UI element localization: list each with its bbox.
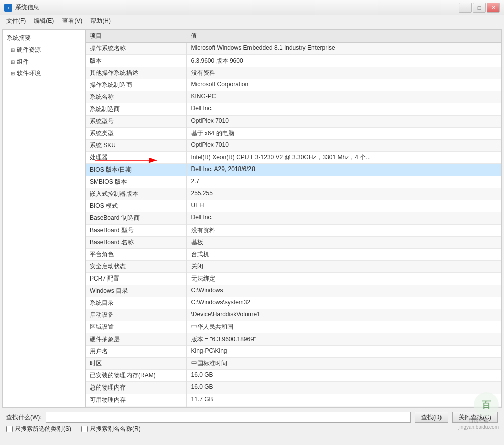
table-row[interactable]: BaseBoard 型号没有资料	[86, 225, 501, 237]
table-cell-value: Dell Inc.	[186, 103, 501, 116]
table-row[interactable]: 其他操作系统描述没有资料	[86, 67, 501, 79]
table-cell-key: 已安装的物理内存(RAM)	[86, 370, 186, 382]
table-cell-key: BaseBoard 制造商	[86, 212, 186, 225]
table-row[interactable]: 处理器Intel(R) Xeon(R) CPU E3-1230 V2 @ 3.3…	[86, 152, 501, 164]
table-row[interactable]: 可用物理内存11.7 GB	[86, 394, 501, 406]
titlebar-controls: ─ □ ✕	[459, 3, 500, 13]
table-row[interactable]: BIOS 模式UEFI	[86, 200, 501, 212]
search-label: 查找什么(W):	[6, 413, 42, 422]
table-cell-value: 没有资料	[186, 225, 501, 237]
table-row[interactable]: 版本6.3.9600 版本 9600	[86, 55, 501, 67]
table-cell-value: 版本 = "6.3.9600.18969"	[186, 333, 501, 346]
table-row[interactable]: BaseBoard 名称基板	[86, 237, 501, 249]
table-row[interactable]: BaseBoard 制造商Dell Inc.	[86, 212, 501, 225]
table-row[interactable]: 区域设置中华人民共和国	[86, 321, 501, 333]
table-row[interactable]: 硬件抽象层版本 = "6.3.9600.18969"	[86, 333, 501, 346]
table-row[interactable]: 时区中国标准时间	[86, 358, 501, 370]
find-button[interactable]: 查找(D)	[415, 412, 449, 423]
minimize-button[interactable]: ─	[459, 3, 472, 13]
window-title: 系统信息	[15, 3, 39, 12]
menubar: 文件(F) 编辑(E) 查看(V) 帮助(H)	[0, 15, 504, 27]
table-cell-value: 11.7 GB	[186, 394, 501, 406]
table-cell-value: C:\Windows\system32	[186, 297, 501, 309]
restore-button[interactable]: □	[473, 3, 486, 13]
table-cell-key: BaseBoard 名称	[86, 237, 186, 249]
table-row[interactable]: Windows 目录C:\Windows	[86, 285, 501, 297]
table-row[interactable]: 系统型号OptiPlex 7010	[86, 116, 501, 128]
menu-file[interactable]: 文件(F)	[2, 16, 30, 26]
table-cell-key: 操作系统制造商	[86, 79, 186, 91]
table-cell-key: 系统制造商	[86, 103, 186, 116]
table-row[interactable]: 系统目录C:\Windows\system32	[86, 297, 501, 309]
table-cell-key: BIOS 版本/日期	[86, 164, 186, 176]
col-header-value: 值	[186, 30, 501, 43]
titlebar: i 系统信息 ─ □ ✕	[0, 0, 504, 15]
table-cell-value: OptiPlex 7010	[186, 116, 501, 128]
table-row[interactable]: 系统 SKUOptiPlex 7010	[86, 140, 501, 152]
table-row[interactable]: 系统名称KING-PC	[86, 91, 501, 103]
table-row[interactable]: 已安装的物理内存(RAM)16.0 GB	[86, 370, 501, 382]
table-cell-value: 16.0 GB	[186, 382, 501, 394]
table-row[interactable]: 总的物理内存16.0 GB	[86, 382, 501, 394]
main-content: 系统摘要 ⊞ 硬件资源 ⊞ 组件 ⊞ 软件环境 项目 值 操作系统名称Micro…	[2, 29, 502, 408]
table-row[interactable]: 嵌入式控制器版本255.255	[86, 188, 501, 200]
table-row[interactable]: 总的虚拟内存17.0 GB	[86, 406, 501, 408]
table-row[interactable]: BIOS 版本/日期Dell Inc. A29, 2018/6/28	[86, 164, 501, 176]
checkbox-row: 只搜索所选的类别(S) 只搜索别名名称(R)	[6, 425, 498, 433]
table-cell-value: OptiPlex 7010	[186, 140, 501, 152]
table-row[interactable]: 操作系统名称Microsoft Windows Embedded 8.1 Ind…	[86, 43, 501, 55]
search-row: 查找什么(W): 查找(D) 关闭查找(C)	[6, 412, 498, 423]
menu-view[interactable]: 查看(V)	[58, 16, 86, 26]
info-table: 项目 值 操作系统名称Microsoft Windows Embedded 8.…	[86, 30, 501, 407]
table-cell-key: 系统名称	[86, 91, 186, 103]
expand-icon: ⊞	[11, 47, 15, 53]
table-cell-value: 关闭	[186, 261, 501, 273]
table-cell-key: 区域设置	[86, 321, 186, 333]
menu-edit[interactable]: 编辑(E)	[30, 16, 58, 26]
content-panel: 项目 值 操作系统名称Microsoft Windows Embedded 8.…	[86, 30, 501, 407]
table-row[interactable]: 启动设备\Device\HarddiskVolume1	[86, 309, 501, 321]
sidebar: 系统摘要 ⊞ 硬件资源 ⊞ 组件 ⊞ 软件环境	[3, 30, 86, 407]
sidebar-item-hardware[interactable]: ⊞ 硬件资源	[3, 44, 85, 56]
sidebar-item-software[interactable]: ⊞ 软件环境	[3, 68, 85, 79]
search-input[interactable]	[46, 412, 411, 423]
table-cell-value: 2.7	[186, 176, 501, 188]
table-row[interactable]: 系统制造商Dell Inc.	[86, 103, 501, 116]
checkbox-category-input[interactable]	[6, 426, 13, 432]
table-cell-key: 处理器	[86, 152, 186, 164]
table-cell-value: 无法绑定	[186, 273, 501, 285]
sidebar-item-components[interactable]: ⊞ 组件	[3, 56, 85, 68]
table-cell-value: C:\Windows	[186, 285, 501, 297]
table-cell-key: 时区	[86, 358, 186, 370]
table-cell-key: 用户名	[86, 346, 186, 358]
search-bar: 查找什么(W): 查找(D) 关闭查找(C) 只搜索所选的类别(S) 只搜索别名…	[2, 410, 502, 435]
table-row[interactable]: SMBIOS 版本2.7	[86, 176, 501, 188]
table-cell-key: Windows 目录	[86, 285, 186, 297]
table-cell-key: 平台角色	[86, 249, 186, 261]
table-cell-key: 可用物理内存	[86, 394, 186, 406]
table-cell-value: 中国标准时间	[186, 358, 501, 370]
table-row[interactable]: 系统类型基于 x64 的电脑	[86, 128, 501, 140]
expand-icon-components: ⊞	[11, 59, 15, 65]
table-cell-value: \Device\HarddiskVolume1	[186, 309, 501, 321]
table-cell-key: 版本	[86, 55, 186, 67]
table-cell-value: KING-PC	[186, 91, 501, 103]
table-row[interactable]: 操作系统制造商Microsoft Corporation	[86, 79, 501, 91]
close-button[interactable]: ✕	[487, 3, 500, 13]
checkbox-category[interactable]: 只搜索所选的类别(S)	[6, 425, 71, 433]
table-cell-key: 总的虚拟内存	[86, 406, 186, 408]
checkbox-alias[interactable]: 只搜索别名名称(R)	[81, 425, 141, 433]
table-cell-key: SMBIOS 版本	[86, 176, 186, 188]
table-cell-value: Microsoft Windows Embedded 8.1 Industry …	[186, 43, 501, 55]
menu-help[interactable]: 帮助(H)	[86, 16, 115, 26]
table-cell-value: 基板	[186, 237, 501, 249]
table-cell-value: Dell Inc. A29, 2018/6/28	[186, 164, 501, 176]
checkbox-alias-input[interactable]	[81, 426, 88, 432]
table-cell-key: 系统目录	[86, 297, 186, 309]
table-row[interactable]: PCR7 配置无法绑定	[86, 273, 501, 285]
table-row[interactable]: 用户名King-PC\King	[86, 346, 501, 358]
table-row[interactable]: 平台角色台式机	[86, 249, 501, 261]
table-row[interactable]: 安全启动状态关闭	[86, 261, 501, 273]
table-cell-value: 6.3.9600 版本 9600	[186, 55, 501, 67]
close-find-button[interactable]: 关闭查找(C)	[452, 412, 498, 423]
